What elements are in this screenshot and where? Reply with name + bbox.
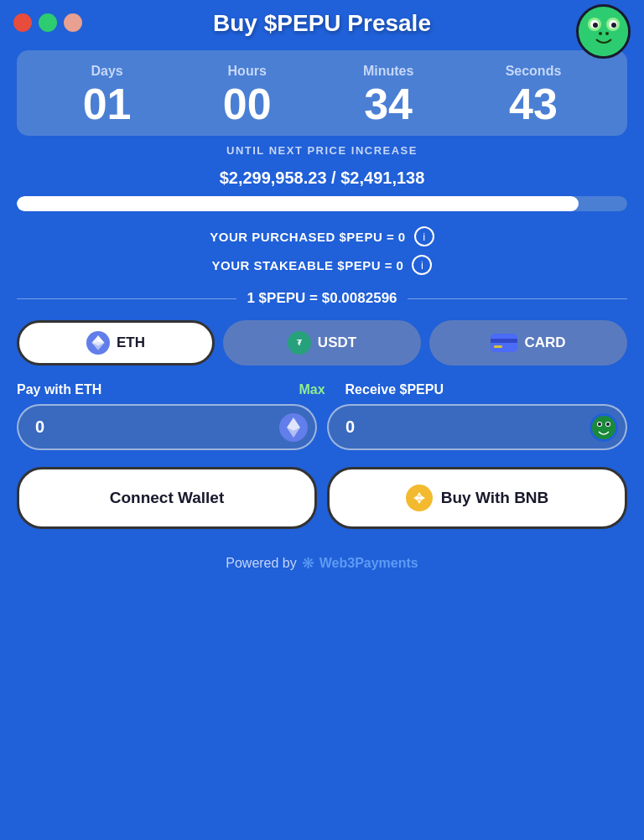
eth-icon bbox=[86, 331, 110, 355]
right-divider bbox=[408, 298, 627, 299]
app-container: Buy $PEPU Presale Days 01 bbox=[0, 0, 644, 840]
stakeable-row: YOUR STAKEABLE $PEPU = 0 i bbox=[17, 255, 627, 275]
countdown-box: Days 01 Hours 00 Minutes 34 Seconds 43 bbox=[17, 50, 627, 136]
svg-marker-11 bbox=[92, 335, 99, 343]
tab-card[interactable]: CARD bbox=[429, 320, 627, 366]
svg-point-25 bbox=[598, 423, 601, 426]
pay-label: Pay with ETH bbox=[17, 382, 299, 397]
svg-point-26 bbox=[606, 423, 610, 426]
purchased-info-icon[interactable]: i bbox=[414, 226, 434, 246]
svg-point-22 bbox=[592, 416, 615, 439]
purchased-label: YOUR PURCHASED $PEPU = 0 bbox=[210, 230, 405, 244]
pay-eth-input[interactable] bbox=[17, 404, 317, 450]
connect-wallet-button[interactable]: Connect Wallet bbox=[17, 467, 317, 529]
countdown-seconds: Seconds 43 bbox=[506, 64, 562, 126]
action-buttons: Connect Wallet Buy With BNB bbox=[17, 467, 627, 529]
stakeable-info-icon[interactable]: i bbox=[412, 255, 432, 275]
svg-point-6 bbox=[611, 23, 616, 28]
countdown-days: Days 01 bbox=[83, 64, 132, 126]
svg-point-5 bbox=[593, 23, 598, 28]
bnb-icon bbox=[406, 485, 433, 511]
tab-eth[interactable]: ETH bbox=[17, 320, 215, 366]
svg-point-7 bbox=[599, 32, 602, 35]
progress-bar-background bbox=[17, 196, 627, 211]
countdown-hours: Hours 00 bbox=[223, 64, 272, 126]
receive-pepu-input[interactable] bbox=[327, 404, 627, 450]
web3payments-icon: ❋ bbox=[302, 554, 314, 573]
maximize-icon[interactable] bbox=[39, 13, 57, 32]
window-controls bbox=[13, 13, 82, 32]
web3payments-brand: Web3Payments bbox=[319, 556, 418, 571]
receive-label: Receive $PEPU bbox=[334, 382, 627, 397]
close-icon[interactable] bbox=[13, 13, 32, 32]
tab-usdt[interactable]: ₮ USDT bbox=[223, 320, 421, 366]
svg-point-8 bbox=[605, 32, 609, 35]
input-labels: Pay with ETH Max Receive $PEPU bbox=[17, 382, 627, 397]
input-section: Pay with ETH Max Receive $PEPU bbox=[17, 382, 627, 450]
page-title: Buy $PEPU Presale bbox=[213, 10, 431, 37]
max-button[interactable]: Max bbox=[299, 382, 325, 397]
progress-area: $2,299,958.23 / $2,491,138 bbox=[17, 169, 627, 211]
purchased-row: YOUR PURCHASED $PEPU = 0 i bbox=[17, 226, 627, 246]
svg-rect-17 bbox=[494, 345, 502, 348]
progress-bar-fill bbox=[17, 196, 579, 211]
svg-point-32 bbox=[418, 496, 421, 500]
payment-tabs: ETH ₮ USDT CARD bbox=[17, 320, 627, 366]
footer: Powered by ❋ Web3Payments bbox=[226, 554, 418, 573]
stakeable-label: YOUR STAKEABLE $PEPU = 0 bbox=[212, 258, 404, 272]
svg-text:₮: ₮ bbox=[297, 339, 302, 347]
usdt-icon: ₮ bbox=[288, 331, 311, 355]
pay-input-wrapper bbox=[17, 404, 317, 450]
frog-avatar bbox=[576, 4, 631, 59]
info-section: YOUR PURCHASED $PEPU = 0 i YOUR STAKEABL… bbox=[17, 226, 627, 283]
pepu-input-icon bbox=[589, 412, 619, 443]
price-row: 1 $PEPU = $0.0082596 bbox=[17, 290, 627, 307]
buy-bnb-button[interactable]: Buy With BNB bbox=[327, 467, 627, 529]
pepu-price: 1 $PEPU = $0.0082596 bbox=[247, 290, 397, 307]
inputs-row bbox=[17, 404, 627, 450]
svg-marker-12 bbox=[98, 335, 105, 343]
minimize-icon[interactable] bbox=[64, 13, 82, 32]
until-price-increase: UNTIL NEXT PRICE INCREASE bbox=[226, 144, 418, 157]
receive-input-wrapper bbox=[327, 404, 627, 450]
countdown-minutes: Minutes 34 bbox=[363, 64, 413, 126]
raised-amount: $2,299,958.23 / $2,491,138 bbox=[17, 169, 627, 188]
svg-rect-16 bbox=[491, 339, 517, 343]
svg-point-0 bbox=[579, 8, 628, 56]
card-icon bbox=[491, 334, 517, 352]
top-bar: Buy $PEPU Presale bbox=[0, 0, 644, 44]
eth-input-icon bbox=[278, 412, 309, 443]
left-divider bbox=[17, 298, 236, 299]
